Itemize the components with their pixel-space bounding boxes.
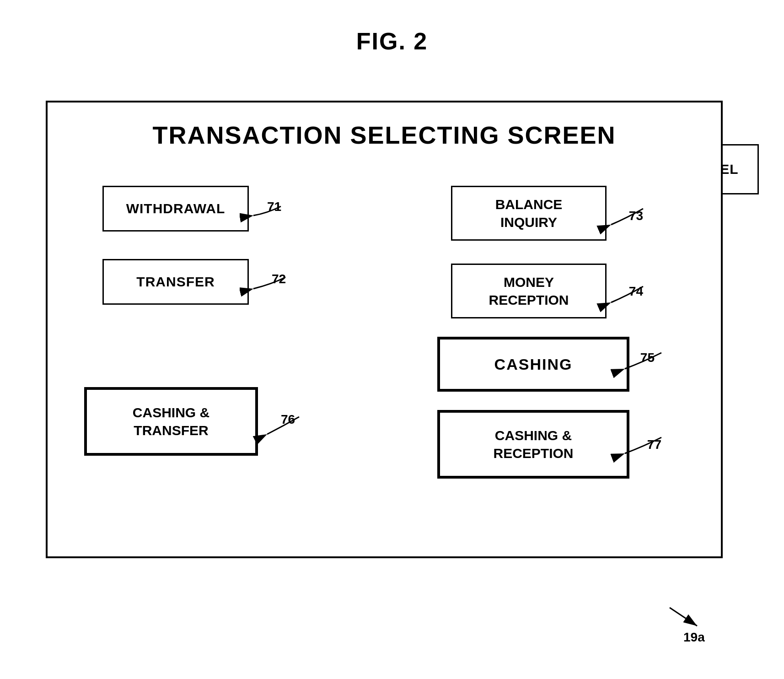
- cashing-transfer-button[interactable]: CASHING & TRANSFER: [84, 387, 258, 456]
- money-reception-ref: 74: [629, 284, 643, 299]
- balance-inquiry-button[interactable]: BALANCE INQUIRY: [451, 186, 607, 241]
- screen-frame: TRANSACTION SELECTING SCREEN WITHDRAWAL …: [46, 101, 723, 558]
- diagram-ref-label: 19a: [683, 630, 738, 645]
- buttons-area: WITHDRAWAL 71 TRANSFER 72: [48, 158, 721, 553]
- cashing-ref: 75: [640, 350, 655, 365]
- transfer-button[interactable]: TRANSFER: [102, 259, 249, 305]
- withdrawal-ref: 71: [267, 199, 281, 214]
- diagram-ref-area: 19a: [656, 598, 711, 652]
- withdrawal-button[interactable]: WITHDRAWAL: [102, 186, 249, 232]
- cashing-button[interactable]: CASHING: [437, 337, 629, 392]
- cashing-transfer-label: CASHING & TRANSFER: [133, 404, 209, 439]
- transfer-label: TRANSFER: [136, 274, 215, 290]
- transfer-ref: 72: [272, 272, 286, 286]
- money-reception-label: MONEY RECEPTION: [489, 273, 569, 309]
- cashing-transfer-ref: 76: [281, 412, 295, 427]
- cashing-reception-label: CASHING & RECEPTION: [493, 426, 573, 462]
- screen-title: TRANSACTION SELECTING SCREEN: [48, 102, 721, 158]
- cashing-reception-button[interactable]: CASHING & RECEPTION: [437, 410, 629, 479]
- cashing-reception-ref: 77: [647, 437, 661, 452]
- money-reception-button[interactable]: MONEY RECEPTION: [451, 264, 607, 318]
- balance-inquiry-label: BALANCE INQUIRY: [495, 195, 563, 231]
- balance-ref: 73: [629, 209, 643, 223]
- cashing-label: CASHING: [494, 356, 573, 373]
- withdrawal-label: WITHDRAWAL: [126, 201, 226, 216]
- diagram-ref-arrow: [656, 598, 711, 635]
- figure-title: FIG. 2: [0, 0, 784, 55]
